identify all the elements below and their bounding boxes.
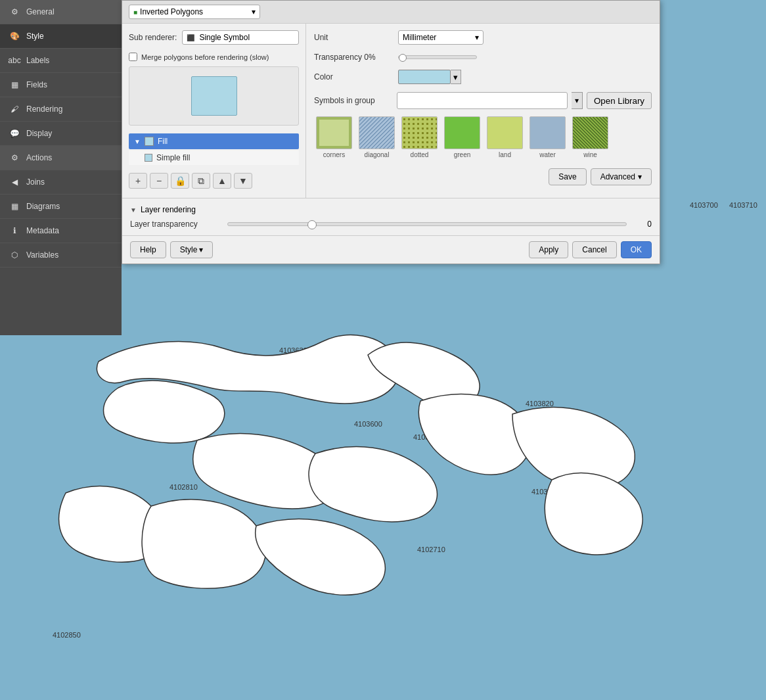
swatch-wine[interactable]: wine — [570, 114, 610, 160]
sidebar-item-general[interactable]: ⚙General — [0, 0, 122, 24]
map-label-l2: 4103633 — [315, 343, 343, 351]
layer-transparency-value: 0 — [632, 220, 652, 229]
style-button-group: Style ▾ — [170, 241, 214, 258]
sidebar: ⚙General🎨StyleabcLabels▦Fields🖌Rendering… — [0, 0, 122, 335]
duplicate-layer-button[interactable]: ⧉ — [192, 173, 210, 189]
layer-rendering-header[interactable]: ▼ Layer rendering — [130, 205, 652, 214]
sidebar-item-label-labels: Labels — [26, 56, 49, 65]
layer-transparency-row: Layer transparency 0 — [130, 220, 652, 229]
swatch-diagonal[interactable]: diagonal — [357, 114, 397, 160]
symbol-swatches: cornersdiagonaldottedgreenlandwaterwine — [314, 114, 652, 160]
sidebar-item-label-metadata: Metadata — [26, 226, 59, 235]
sub-renderer-dropdown[interactable]: ⬛ Single Symbol — [182, 30, 299, 45]
variables-icon: ⬡ — [8, 248, 21, 262]
swatch-label-water: water — [539, 151, 555, 158]
footer-left: Help Style ▾ — [130, 241, 213, 258]
sidebar-item-rendering[interactable]: 🖌Rendering — [0, 97, 122, 122]
sidebar-item-label-fields: Fields — [26, 80, 47, 89]
sidebar-item-variables[interactable]: ⬡Variables — [0, 243, 122, 268]
swatch-water[interactable]: water — [528, 114, 568, 160]
remove-layer-button[interactable]: − — [150, 173, 168, 189]
unit-dropdown[interactable]: Millimeter ▾ — [398, 30, 484, 45]
map-label-l8: 4103610 — [484, 457, 512, 465]
merge-checkbox-row: Merge polygons before rendering (slow) — [129, 53, 299, 61]
transparency-thumb[interactable] — [399, 54, 407, 62]
map-label-l4: 4103615 — [416, 379, 444, 387]
renderer-dropdown[interactable]: ■ Inverted Polygons ▾ — [129, 5, 260, 19]
lock-layer-button[interactable]: 🔒 — [171, 173, 189, 189]
apply-button[interactable]: Apply — [529, 241, 568, 258]
sidebar-item-labels[interactable]: abcLabels — [0, 49, 122, 73]
merge-label: Merge polygons before rendering (slow) — [141, 53, 269, 61]
open-library-button[interactable]: Open Library — [587, 92, 652, 109]
symbols-dropdown-arrow[interactable]: ▾ — [572, 92, 583, 109]
sub-renderer-row: Sub renderer: ⬛ Single Symbol — [129, 30, 299, 45]
fill-list-item[interactable]: ▼ Fill — [129, 133, 299, 149]
add-layer-button[interactable]: + — [129, 173, 147, 189]
swatch-preview-dotted — [401, 116, 438, 149]
symbol-toolbar: + − 🔒 ⧉ ▲ ▼ — [129, 170, 299, 191]
labels-icon: abc — [8, 54, 21, 67]
right-panel: Unit Millimeter ▾ Transparency 0% Color — [306, 24, 660, 198]
sidebar-item-fields[interactable]: ▦Fields — [0, 73, 122, 97]
section-collapse-icon: ▼ — [130, 206, 137, 214]
swatch-dotted[interactable]: dotted — [399, 114, 439, 160]
fill-list: ▼ Fill Simple fill — [129, 133, 299, 165]
diagrams-icon: ▦ — [8, 200, 21, 213]
save-button[interactable]: Save — [549, 168, 586, 185]
sidebar-item-style[interactable]: 🎨Style — [0, 24, 122, 49]
sidebar-item-actions[interactable]: ⚙Actions — [0, 146, 122, 170]
map-label-l15: 4103570 — [591, 500, 619, 507]
swatch-land[interactable]: land — [485, 114, 525, 160]
sidebar-item-joins[interactable]: ◀Joins — [0, 170, 122, 195]
joins-icon: ◀ — [8, 175, 21, 189]
move-down-button[interactable]: ▼ — [234, 173, 252, 189]
map-label-l20: 4102710 — [417, 546, 445, 553]
swatch-corners[interactable]: corners — [314, 114, 354, 160]
sidebar-item-display[interactable]: 💬Display — [0, 122, 122, 146]
left-panel: Sub renderer: ⬛ Single Symbol Merge poly… — [122, 24, 306, 198]
renderer-dropdown-arrow: ▾ — [252, 7, 256, 16]
move-up-button[interactable]: ▲ — [213, 173, 231, 189]
cancel-button[interactable]: Cancel — [572, 241, 616, 258]
map-label-l6: 4103600 — [354, 420, 382, 428]
swatch-green[interactable]: green — [442, 114, 482, 160]
symbols-search[interactable] — [397, 92, 568, 109]
sidebar-item-label-actions: Actions — [26, 153, 52, 162]
ok-button[interactable]: OK — [621, 241, 652, 258]
help-button[interactable]: Help — [130, 241, 166, 258]
swatch-preview-wine — [572, 116, 608, 149]
transparency-label: Transparency 0% — [314, 53, 393, 62]
symbols-label: Symbols in group — [314, 96, 393, 105]
advanced-button[interactable]: Advanced ▾ — [591, 168, 652, 185]
swatch-label-wine: wine — [583, 151, 597, 158]
sidebar-item-label-style: Style — [26, 32, 44, 41]
layer-properties-dialog: ■ Inverted Polygons ▾ Sub renderer: ⬛ Si… — [122, 0, 660, 264]
color-dropdown-btn[interactable]: ▾ — [451, 70, 461, 84]
sidebar-item-diagrams[interactable]: ▦Diagrams — [0, 195, 122, 219]
unit-row: Unit Millimeter ▾ — [314, 30, 652, 45]
renderer-dropdown-label: Inverted Polygons — [140, 7, 203, 16]
map-label-l19: 4102300 — [174, 562, 202, 570]
sidebar-item-label-rendering: Rendering — [26, 105, 62, 114]
layer-transparency-thumb[interactable] — [307, 220, 317, 229]
color-swatch[interactable] — [398, 70, 451, 84]
rendering-icon: 🖌 — [8, 103, 21, 116]
style-arrow-icon: ▾ — [199, 245, 203, 254]
merge-checkbox[interactable] — [129, 53, 137, 61]
sidebar-item-label-joins: Joins — [26, 177, 45, 187]
color-control: ▾ — [398, 70, 461, 84]
fill-icon — [145, 137, 154, 146]
style-button[interactable]: Style ▾ — [170, 241, 214, 258]
unit-dropdown-arrow: ▾ — [475, 33, 479, 42]
style-icon: 🎨 — [8, 30, 21, 43]
simple-fill-item[interactable]: Simple fill — [129, 151, 299, 165]
map-label-l3: 4103650 — [372, 363, 401, 371]
swatch-label-diagonal: diagonal — [365, 151, 390, 158]
sidebar-item-metadata[interactable]: ℹMetadata — [0, 219, 122, 243]
transparency-row: Transparency 0% — [314, 53, 652, 62]
general-icon: ⚙ — [8, 5, 21, 18]
dialog-content: Sub renderer: ⬛ Single Symbol Merge poly… — [122, 24, 660, 198]
dialog-toolbar: ■ Inverted Polygons ▾ — [122, 1, 660, 24]
fields-icon: ▦ — [8, 78, 21, 91]
